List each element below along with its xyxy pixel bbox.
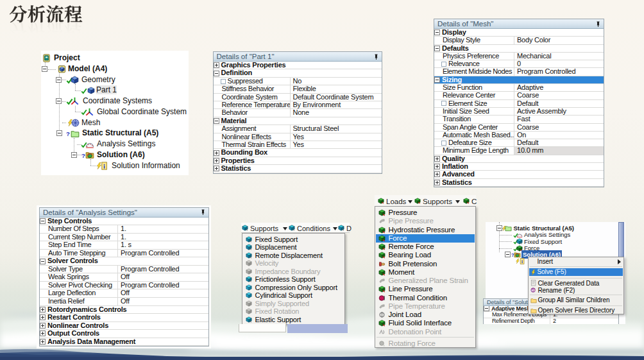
svg-text:ab: ab (531, 288, 535, 292)
